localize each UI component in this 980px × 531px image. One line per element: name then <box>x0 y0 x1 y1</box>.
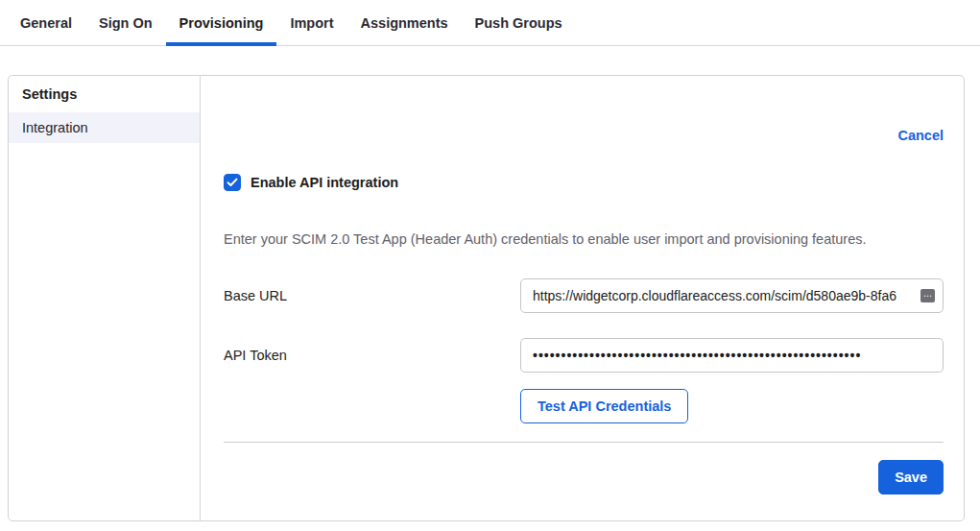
api-token-input[interactable]: ••••••••••••••••••••••••••••••••••••••••… <box>520 338 944 373</box>
settings-sidebar: Settings Integration <box>9 76 201 520</box>
tab-sign-on[interactable]: Sign On <box>85 0 166 46</box>
base-url-row: Base URL https://widgetcorp.cloudflareac… <box>224 278 944 313</box>
panel-header-row: Cancel <box>224 76 944 144</box>
checkmark-icon <box>227 178 238 187</box>
footer-actions-row: Save <box>224 460 944 495</box>
enable-api-checkbox[interactable] <box>224 174 241 191</box>
api-token-label: API Token <box>224 348 520 363</box>
text-overflow-marker: ⋯ <box>920 289 935 302</box>
tab-provisioning[interactable]: Provisioning <box>166 0 277 46</box>
tab-import[interactable]: Import <box>276 0 347 46</box>
test-api-credentials-button[interactable]: Test API Credentials <box>520 389 688 423</box>
enable-api-row: Enable API integration <box>224 174 944 191</box>
credentials-description: Enter your SCIM 2.0 Test App (Header Aut… <box>224 229 944 249</box>
sidebar-item-label: Integration <box>22 120 88 135</box>
sidebar-heading: Settings <box>9 84 200 112</box>
cancel-link[interactable]: Cancel <box>897 127 944 144</box>
integration-panel: Cancel Enable API integration Enter your… <box>201 76 964 520</box>
tab-general[interactable]: General <box>7 0 85 46</box>
provisioning-settings-card: Settings Integration Cancel Enable API i… <box>8 75 965 521</box>
save-button[interactable]: Save <box>878 460 944 495</box>
enable-api-label[interactable]: Enable API integration <box>251 175 398 190</box>
test-credentials-row: Test API Credentials <box>224 389 944 423</box>
base-url-input[interactable]: https://widgetcorp.cloudflareaccess.com/… <box>520 278 944 313</box>
api-token-row: API Token ••••••••••••••••••••••••••••••… <box>224 338 944 373</box>
tab-push-groups[interactable]: Push Groups <box>462 0 576 46</box>
base-url-label: Base URL <box>224 288 520 303</box>
base-url-value: https://widgetcorp.cloudflareaccess.com/… <box>533 288 920 303</box>
sidebar-item-integration[interactable]: Integration <box>9 112 200 143</box>
app-tab-bar: General Sign On Provisioning Import Assi… <box>0 0 980 46</box>
footer-divider <box>224 442 944 443</box>
api-token-masked-value: ••••••••••••••••••••••••••••••••••••••••… <box>533 348 935 363</box>
tab-assignments[interactable]: Assignments <box>347 0 462 46</box>
